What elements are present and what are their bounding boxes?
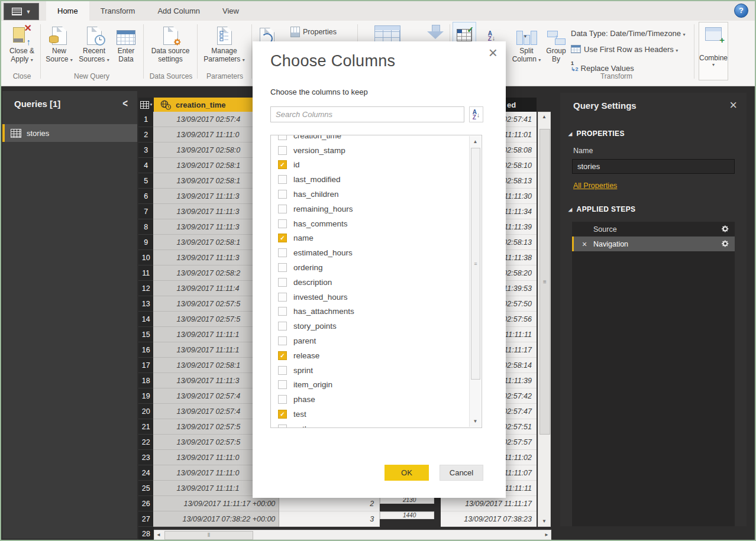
checkbox-icon[interactable]: ✓	[278, 175, 287, 184]
checkbox-icon[interactable]: ✓	[278, 248, 287, 257]
checkbox-icon[interactable]: ✓	[278, 366, 287, 375]
column-checkbox-item[interactable]: ✓ item_origin	[271, 378, 482, 393]
applied-step-item[interactable]: × Navigation	[572, 237, 735, 251]
checkbox-icon[interactable]: ✓	[278, 410, 287, 419]
list-vertical-scrollbar[interactable]: ▲ ≡ ▼	[469, 136, 481, 427]
file-menu-button[interactable]: ▼	[4, 3, 39, 20]
cancel-button[interactable]: Cancel	[440, 465, 483, 481]
column-checkbox-item[interactable]: ✓ test	[271, 407, 482, 422]
column-checkbox-item[interactable]: ✓ author	[271, 422, 482, 428]
collapse-pane-icon[interactable]: <	[122, 97, 128, 109]
checkbox-icon[interactable]: ✓	[278, 190, 287, 199]
checkbox-icon[interactable]: ✓	[278, 219, 287, 228]
properties-section-header[interactable]: ◢ PROPERTIES	[568, 129, 625, 138]
delete-step-icon[interactable]: ×	[582, 239, 587, 249]
column-checkbox-item[interactable]: ✓ has_children	[271, 187, 482, 202]
table-vertical-scrollbar[interactable]: ▲ ≡ ▼	[538, 112, 551, 527]
step-settings-gear-icon[interactable]	[721, 225, 729, 233]
manage-columns-icon	[374, 25, 400, 43]
table-select-all-button[interactable]: ▾	[138, 98, 154, 112]
ok-button[interactable]: OK	[385, 465, 429, 481]
checkbox-icon[interactable]: ✓	[278, 160, 287, 169]
column-checkbox-item[interactable]: ✓ invested_hours	[271, 290, 482, 304]
scroll-up-icon[interactable]: ▲	[538, 112, 550, 122]
column-checkbox-item[interactable]: ✓ creation_time	[271, 135, 482, 143]
column-checkbox-item[interactable]: ✓ remaining_hours	[271, 202, 482, 216]
checkbox-icon[interactable]: ✓	[278, 336, 287, 345]
column-checkbox-item[interactable]: ✓ release	[271, 348, 482, 363]
column-checkbox-item[interactable]: ✓ has_comments	[271, 216, 482, 231]
column-checkbox-item[interactable]: ✓ last_modified	[271, 172, 482, 187]
ribbon-tab[interactable]: Add Column	[146, 1, 211, 21]
close-icon[interactable]: ×	[489, 45, 497, 60]
column-checkbox-item[interactable]: ✓ story_points	[271, 319, 482, 333]
parameters-list-icon	[219, 31, 229, 41]
checkbox-icon[interactable]: ✓	[278, 205, 287, 213]
checkbox-icon[interactable]: ✓	[278, 146, 287, 155]
new-source-button[interactable]: New Source ▾	[43, 22, 75, 64]
properties-button[interactable]: Properties	[290, 27, 337, 37]
checkbox-icon[interactable]: ✓	[278, 135, 287, 140]
column-checkbox-item[interactable]: ✓ has_attachments	[271, 304, 482, 319]
scrollbar-thumb[interactable]: ≡	[539, 129, 550, 435]
step-settings-gear-icon[interactable]	[721, 239, 729, 248]
column-checkbox-item[interactable]: ✓ sprint	[271, 363, 482, 378]
column-checkbox-item[interactable]: ✓ ordering	[271, 260, 482, 275]
combine-button[interactable]: Combine ▾	[699, 22, 728, 80]
column-checkbox-item[interactable]: ✓ phase	[271, 392, 482, 407]
applied-step-item[interactable]: Source	[572, 222, 735, 237]
search-columns-input[interactable]	[270, 106, 464, 122]
table-row[interactable]: 27 13/09/2017 07:38:22 +00:00 3 1440 13/…	[138, 511, 537, 527]
table-row[interactable]: 26 13/09/2017 11:11:17 +00:00 2 2130 13/…	[138, 496, 537, 511]
checkbox-icon[interactable]: ✓	[278, 234, 287, 242]
split-column-button[interactable]: ▾ Split Column ▾	[510, 22, 543, 64]
ribbon-group-close: Close	[6, 72, 38, 80]
sort-columns-button[interactable]: AZ↓	[469, 106, 483, 122]
recent-sources-icon	[87, 27, 102, 45]
ribbon-tab[interactable]: Transform	[89, 1, 147, 21]
scrollbar-thumb[interactable]: ⦀	[164, 531, 253, 540]
scrollbar-thumb[interactable]: ≡	[471, 148, 480, 380]
query-list-item[interactable]: stories	[2, 124, 137, 142]
checkbox-icon[interactable]: ✓	[278, 395, 287, 404]
column-checkbox-item[interactable]: ✓ estimated_hours	[271, 245, 482, 260]
scroll-right-icon[interactable]: ►	[542, 530, 551, 539]
checkbox-icon[interactable]: ✓	[278, 322, 287, 331]
use-first-row-as-headers-button[interactable]: Use First Row as Headers ▾	[571, 45, 678, 54]
checkbox-icon[interactable]: ✓	[278, 425, 287, 428]
group-by-button[interactable]: Group By	[544, 22, 568, 63]
sort-ascending-button[interactable]: AZ↓	[483, 22, 500, 43]
column-checkbox-item[interactable]: ✓ version_stamp	[271, 143, 482, 158]
checkbox-icon[interactable]: ✓	[278, 307, 287, 316]
close-and-apply-button[interactable]: ✕↑ Close & Apply ▾	[6, 22, 38, 64]
scroll-down-icon[interactable]: ▼	[538, 517, 550, 526]
enter-data-button[interactable]: Enter Data	[113, 22, 139, 63]
group-by-icon	[547, 31, 565, 45]
applied-steps-section-header[interactable]: ◢ APPLIED STEPS	[568, 205, 635, 213]
checkbox-icon[interactable]: ✓	[278, 293, 287, 302]
data-source-settings-button[interactable]: Data source settings	[147, 22, 193, 63]
table-horizontal-scrollbar[interactable]: ◄ ⦀ ►	[154, 530, 551, 540]
column-checkbox-item[interactable]: ✓ id	[271, 158, 482, 173]
scroll-down-icon[interactable]: ▼	[470, 417, 481, 426]
recent-sources-button[interactable]: Recent Sources ▾	[77, 22, 111, 64]
column-checkbox-item[interactable]: ✓ parent	[271, 333, 482, 348]
all-properties-link[interactable]: All Properties	[573, 182, 617, 190]
checkbox-icon[interactable]: ✓	[278, 278, 287, 287]
close-icon[interactable]: ×	[729, 98, 737, 113]
column-checkbox-item[interactable]: ✓ name	[271, 231, 482, 246]
replace-values-button[interactable]: 1↳2Replace Values	[571, 60, 634, 73]
checkbox-icon[interactable]: ✓	[278, 351, 287, 360]
scroll-left-icon[interactable]: ◄	[154, 530, 163, 539]
ribbon-tab[interactable]: View	[211, 1, 250, 21]
manage-parameters-button[interactable]: Manage Parameters ▾	[201, 22, 248, 64]
row-number: 25	[138, 481, 153, 496]
checkbox-icon[interactable]: ✓	[278, 263, 287, 272]
ribbon-tab[interactable]: Home	[46, 1, 89, 21]
query-name-input[interactable]	[572, 159, 735, 174]
checkbox-icon[interactable]: ✓	[278, 380, 287, 389]
help-button[interactable]: ?	[734, 4, 748, 18]
data-type-dropdown[interactable]: Data Type: Date/Time/Timezone ▾	[571, 29, 686, 38]
column-checkbox-item[interactable]: ✓ description	[271, 275, 482, 290]
scroll-up-icon[interactable]: ▲	[470, 137, 481, 146]
